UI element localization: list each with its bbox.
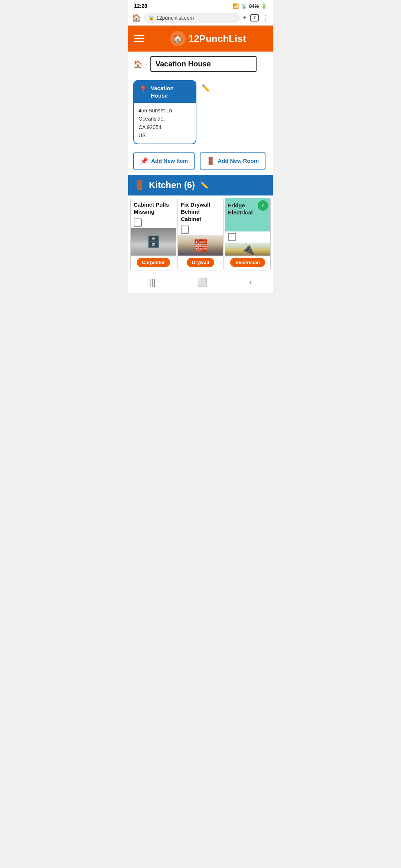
app-logo: 🏠 12PunchList [170, 31, 246, 46]
browser-home-icon[interactable]: 🏠 [132, 13, 141, 22]
item-checkbox-drywall[interactable] [181, 226, 189, 234]
browser-actions: + 7 ⋮ [243, 14, 269, 22]
drywall-image-placeholder: 🧱 [178, 235, 223, 256]
signal-icon: 📡 [241, 3, 247, 9]
app-name: 12PunchList [189, 33, 246, 45]
item-card-fridge-electrical[interactable]: Fridge Electrical ✓ 🔌 Electrician [225, 198, 271, 270]
hamburger-menu[interactable] [134, 35, 144, 42]
add-room-label: Add New Room [218, 158, 259, 164]
property-card-title: Vacation House [151, 85, 191, 99]
breadcrumb-arrow: › [146, 61, 147, 67]
property-card-header: 📍 Vacation House [134, 81, 196, 103]
battery-display: 84% [249, 3, 259, 9]
app-header: 🏠 12PunchList [128, 26, 273, 52]
url-text: 12punchlist.com [156, 15, 194, 21]
item-checkbox-electrical[interactable] [228, 233, 236, 241]
property-map-icon: 📍 [138, 85, 148, 94]
item-image-cabinet-pulls: 🗄️ [131, 228, 176, 256]
item-card-fix-drywall[interactable]: Fix Drywall Behind Cabinet 🧱 Drywall [177, 198, 224, 270]
item-card-cabinet-pulls[interactable]: Cabinet Pulls Missing 🗄️ Carpenter [130, 198, 176, 270]
room-header: 🚪 Kitchen (6) ✏️ [128, 175, 273, 195]
nav-back-button[interactable]: ‹ [249, 277, 252, 287]
item-badge-drywall: Drywall [187, 258, 214, 267]
browser-bar: 🏠 🔒 12punchlist.com + 7 ⋮ [128, 10, 273, 26]
room-section: 🚪 Kitchen (6) ✏️ Cabinet Pulls Missing 🗄… [128, 175, 273, 273]
status-bar: 12:20 📶 📡 84% 🔋 [128, 0, 273, 10]
room-title: Kitchen (6) [149, 180, 195, 190]
nav-bar: ||| ⬜ ‹ [128, 273, 273, 293]
breadcrumb-home-icon[interactable]: 🏠 [133, 60, 143, 69]
item-title-cabinet-pulls: Cabinet Pulls Missing [131, 198, 176, 217]
property-edit-icon[interactable]: ✏️ [202, 84, 211, 93]
more-menu-icon[interactable]: ⋮ [263, 14, 269, 22]
property-name-input[interactable] [150, 56, 257, 72]
lock-icon: 🔒 [149, 15, 154, 20]
add-tab-button[interactable]: + [243, 14, 247, 22]
item-image-drywall: 🧱 [178, 235, 223, 256]
property-section: 📍 Vacation House 456 Sunset Ln. Oceansid… [128, 76, 273, 149]
electrical-image-placeholder: 🔌 [225, 243, 270, 256]
room-icon: 🚪 [134, 180, 145, 190]
status-icons: 📶 📡 84% 🔋 [233, 3, 267, 9]
logo-icon: 🏠 [170, 31, 186, 46]
cabinet-image-placeholder: 🗄️ [131, 228, 176, 256]
add-item-label: Add New Item [151, 158, 188, 164]
item-badge-cabinet: Carpenter [137, 258, 170, 267]
item-badge-electrical: Electrician [230, 258, 265, 267]
item-image-electrical: 🔌 [225, 243, 270, 256]
tab-count[interactable]: 7 [250, 14, 259, 22]
property-card: 📍 Vacation House 456 Sunset Ln. Oceansid… [133, 80, 196, 144]
add-new-item-button[interactable]: 📌 Add New Item [133, 152, 195, 170]
nav-home-button[interactable]: ⬜ [197, 277, 207, 287]
time-display: 12:20 [134, 3, 147, 9]
nav-menu-button[interactable]: ||| [149, 277, 155, 287]
add-item-icon: 📌 [140, 157, 148, 165]
items-grid: Cabinet Pulls Missing 🗄️ Carpenter Fix D… [128, 195, 273, 273]
item-checkbox-cabinet-pulls[interactable] [134, 218, 142, 227]
add-new-room-button[interactable]: 🚪 Add New Room [200, 152, 265, 170]
item-title-fix-drywall: Fix Drywall Behind Cabinet [178, 198, 223, 224]
completed-checkmark: ✓ [258, 200, 268, 211]
battery-icon: 🔋 [261, 3, 267, 9]
wifi-icon: 📶 [233, 3, 239, 9]
property-card-address: 456 Sunset Ln. Oceanside, CA 92054 US [134, 103, 196, 144]
add-room-icon: 🚪 [206, 157, 215, 165]
url-bar[interactable]: 🔒 12punchlist.com [144, 13, 240, 23]
breadcrumb: 🏠 › [128, 52, 273, 76]
action-buttons: 📌 Add New Item 🚪 Add New Room [128, 149, 273, 175]
room-edit-icon[interactable]: ✏️ [200, 181, 208, 189]
